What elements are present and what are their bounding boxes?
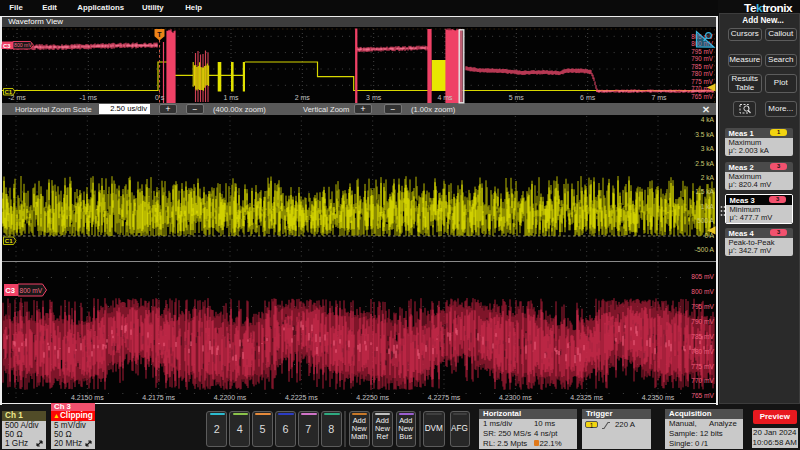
svg-text:4.2350 ms: 4.2350 ms [642,394,675,401]
svg-text:4.2200 ms: 4.2200 ms [214,394,247,401]
svg-text:500 A: 500 A [697,217,714,224]
svg-text:1 kA: 1 kA [701,203,715,210]
svg-text:765 mV: 765 mV [691,93,714,100]
svg-text:4.2175 ms: 4.2175 ms [142,394,175,401]
svg-text:790 mV: 790 mV [691,55,714,62]
svg-text:780 mV: 780 mV [691,348,714,355]
svg-text:4 kA: 4 kA [701,116,715,123]
svg-text:C1: C1 [5,238,13,244]
svg-text:795 mV: 795 mV [691,303,714,310]
svg-text:790 mV: 790 mV [691,318,714,325]
svg-text:1.5 kA: 1.5 kA [695,188,714,195]
svg-text:-1 ms: -1 ms [80,94,98,101]
svg-text:765 mV: 765 mV [691,392,714,399]
svg-text:7 ms: 7 ms [651,94,667,101]
svg-text:4 ms: 4 ms [437,94,453,101]
svg-text:800 mV: 800 mV [691,288,714,295]
svg-text:4.2300 ms: 4.2300 ms [499,394,532,401]
svg-text:775 mV: 775 mV [691,363,714,370]
svg-text:-500 A: -500 A [695,246,715,253]
svg-text:4.2275 ms: 4.2275 ms [428,394,461,401]
svg-text:785 mV: 785 mV [691,333,714,340]
svg-text:3.5 kA: 3.5 kA [695,131,714,138]
svg-text:775 mV: 775 mV [691,78,714,85]
svg-text:2 ms: 2 ms [295,94,311,101]
svg-text:2 kA: 2 kA [701,174,715,181]
svg-text:800 mV: 800 mV [14,42,32,48]
svg-text:C3: C3 [5,286,15,295]
svg-text:3 kA: 3 kA [701,145,715,152]
svg-text:785 mV: 785 mV [691,63,714,70]
svg-text:770 mV: 770 mV [691,377,714,384]
svg-text:4.2325 ms: 4.2325 ms [570,394,603,401]
svg-text:795 mV: 795 mV [691,48,714,55]
svg-text:5 ms: 5 ms [509,94,525,101]
svg-text:C1: C1 [5,89,13,95]
svg-text:2.5 kA: 2.5 kA [695,160,714,167]
svg-text:805 mV: 805 mV [691,273,714,280]
svg-text:T: T [157,31,162,38]
svg-text:4.2225 ms: 4.2225 ms [285,394,318,401]
svg-text:4.2250 ms: 4.2250 ms [356,394,389,401]
svg-text:3 ms: 3 ms [366,94,382,101]
svg-text:1 ms: 1 ms [223,94,239,101]
svg-text:780 mV: 780 mV [691,70,714,77]
svg-text:6 ms: 6 ms [580,94,596,101]
svg-text:4.2150 ms: 4.2150 ms [71,394,104,401]
svg-text:C3: C3 [3,43,11,49]
svg-text:800 mV: 800 mV [20,287,43,294]
svg-text:0 s: 0 s [155,94,165,101]
